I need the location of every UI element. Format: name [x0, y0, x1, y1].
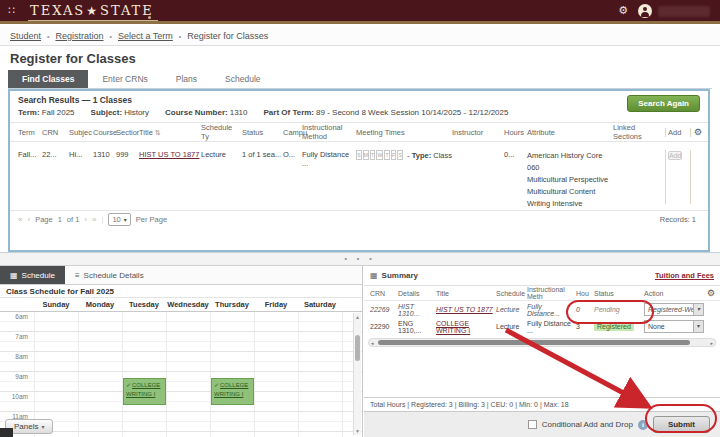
action-select[interactable]: Registered-Web▾ — [644, 303, 704, 316]
settings-gear-icon[interactable]: ⚙ — [618, 4, 628, 17]
col-meeting-times[interactable]: Meeting Times — [356, 128, 452, 137]
cell-section: 999 — [116, 150, 139, 204]
scroll-left-icon[interactable]: ◂ — [371, 339, 374, 347]
conditional-add-drop-checkbox[interactable] — [528, 420, 537, 429]
cell-subject: Hi... — [69, 150, 93, 204]
pagination-divider: | — [101, 215, 103, 224]
sort-icon[interactable]: ⇅ — [155, 129, 161, 136]
star-icon: ★ — [85, 4, 100, 18]
sum-col-action[interactable]: Action — [640, 290, 704, 297]
breadcrumb-separator: • — [110, 33, 112, 40]
col-term[interactable]: Term — [18, 128, 42, 137]
calendar-event-thursday[interactable]: ✓COLLEGE WRITING I — [211, 378, 254, 405]
check-icon: ✓ — [126, 382, 131, 388]
breadcrumb: Student • Registration • Select a Term •… — [0, 27, 720, 46]
tab-find-classes[interactable]: Find Classes — [8, 70, 88, 88]
add-button[interactable]: Add — [668, 151, 682, 160]
col-schedule-type[interactable]: Schedule Ty — [201, 123, 242, 141]
first-page-icon[interactable]: « — [18, 215, 22, 224]
course-title-link[interactable]: HIST US TO 1877 — [139, 150, 199, 159]
user-name-redacted — [658, 6, 710, 17]
user-avatar-icon[interactable] — [638, 4, 652, 18]
search-results-panel: Search Results — 1 Classes Term:Fall 202… — [8, 89, 710, 252]
search-filters: Term:Fall 2025 Subject:History Course Nu… — [18, 108, 700, 117]
top-header: ∷ TEXAS★STATE ⚙ — [0, 0, 720, 24]
results-settings-gear-icon[interactable]: ⚙ — [691, 127, 705, 137]
col-hours[interactable]: Hours — [504, 128, 527, 137]
menu-grid-icon[interactable]: ∷ — [8, 5, 15, 16]
col-instructional-method[interactable]: Instructional Method — [302, 123, 356, 141]
conditional-add-drop-label: Conditional Add and Drop — [542, 420, 633, 429]
summary-settings-gear-icon[interactable]: ⚙ — [704, 288, 718, 298]
scrollbar-thumb[interactable] — [378, 340, 690, 345]
tab-enter-crns[interactable]: Enter CRNs — [88, 70, 161, 88]
col-campus[interactable]: Campu — [283, 128, 302, 137]
tuition-and-fees-link[interactable]: Tuition and Fees — [655, 271, 714, 280]
sum-title-link[interactable]: HIST US TO 1877 — [436, 306, 493, 313]
sum-title-link[interactable]: COLLEGE WRITING I — [436, 320, 470, 334]
sum-col-method[interactable]: Instructional Meth — [527, 286, 576, 300]
sum-schedule: Lecture — [496, 306, 527, 313]
records-count: Records: 1 — [660, 215, 708, 224]
col-attribute[interactable]: Attribute — [527, 128, 613, 137]
breadcrumb-student[interactable]: Student — [10, 31, 41, 41]
cell-attributes: American History Core 060 Multicultural … — [527, 150, 613, 204]
sum-col-details[interactable]: Details — [398, 290, 436, 297]
col-course[interactable]: Course — [93, 128, 116, 137]
page-label: Page — [35, 215, 53, 224]
action-select[interactable]: None▾ — [644, 320, 704, 333]
sum-col-title[interactable]: Title — [436, 290, 496, 297]
last-page-icon[interactable]: » — [92, 215, 96, 224]
col-title[interactable]: Title⇅ — [139, 128, 201, 137]
cell-status: 1 of 1 sea... — [242, 150, 283, 204]
col-linked-sections[interactable]: Linked Sections — [613, 123, 665, 141]
texas-state-logo[interactable]: TEXAS★STATE — [28, 2, 158, 21]
resize-handle-icon[interactable]: • • • — [0, 253, 720, 265]
scroll-down-icon[interactable]: ▼ — [354, 427, 361, 435]
results-column-headers: Term CRN Subjec Course Sectior Title⇅ Sc… — [10, 122, 708, 142]
scroll-right-icon[interactable]: ▸ — [710, 339, 713, 347]
submit-button[interactable]: Submit — [653, 416, 710, 433]
tab-schedule-details[interactable]: ≡Schedule Details — [65, 266, 154, 284]
sum-hours: 0 — [576, 306, 594, 313]
sum-col-schedule[interactable]: Schedule — [496, 290, 527, 297]
summary-panel: ▦ Summary Tuition and Fees CRN Details T… — [364, 266, 720, 437]
panel-resize-divider[interactable]: • • • — [0, 252, 720, 266]
calendar-scrollbar[interactable]: ▲ ▼ — [353, 313, 361, 435]
breadcrumb-separator: • — [47, 33, 49, 40]
col-section[interactable]: Sectior — [116, 128, 139, 137]
sum-method: Fully Distance... — [527, 303, 576, 317]
day-tuesday: Tuesday — [122, 300, 166, 309]
summary-footer: Conditional Add and Drop i Submit — [364, 411, 720, 437]
sum-col-crn[interactable]: CRN — [370, 290, 398, 297]
tab-schedule-view[interactable]: ▦Schedule — [0, 266, 65, 284]
col-instructor[interactable]: Instructor — [452, 128, 504, 137]
col-subject[interactable]: Subjec — [69, 128, 93, 137]
tab-plans[interactable]: Plans — [162, 70, 211, 88]
calendar-title: Class Schedule for Fall 2025 — [0, 285, 362, 298]
prev-page-icon[interactable]: ‹ — [27, 215, 30, 224]
sum-col-hours[interactable]: Hou — [576, 290, 594, 297]
search-again-button[interactable]: Search Again — [627, 95, 700, 112]
event-title-link[interactable]: COLLEGE WRITING I — [126, 382, 160, 397]
calendar-event-tuesday[interactable]: ✓COLLEGE WRITING I — [123, 378, 166, 405]
col-status[interactable]: Status — [242, 128, 283, 137]
per-page-select[interactable]: 10▾ — [108, 213, 130, 226]
breadcrumb-select-a-term[interactable]: Select a Term — [118, 31, 173, 41]
col-crn[interactable]: CRN — [42, 128, 69, 137]
next-page-icon[interactable]: › — [84, 215, 87, 224]
tab-schedule[interactable]: Schedule — [211, 70, 274, 88]
scroll-up-icon[interactable]: ▲ — [354, 313, 361, 321]
meeting-days-widget: S M T W T F S - Type: Class — [356, 150, 452, 160]
info-icon[interactable]: i — [638, 420, 648, 430]
event-title-link[interactable]: COLLEGE WRITING I — [214, 382, 248, 397]
scrollbar-thumb[interactable] — [355, 335, 360, 361]
cell-term: Fall... — [18, 150, 42, 204]
time-8am: 8am — [0, 353, 28, 360]
summary-horizontal-scrollbar[interactable]: ◂ ▸ — [368, 338, 716, 347]
sum-col-status[interactable]: Status — [594, 290, 640, 297]
sum-method: Fully Distance ... — [527, 320, 576, 334]
cell-method: Fully Distance ... — [302, 150, 356, 204]
breadcrumb-registration[interactable]: Registration — [55, 31, 103, 41]
day-wednesday: Wednesday — [166, 300, 210, 309]
